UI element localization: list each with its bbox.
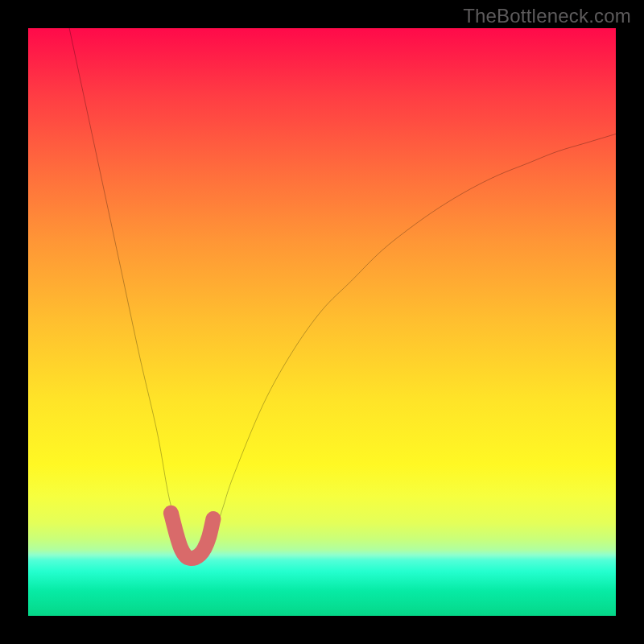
chart-svg bbox=[28, 28, 616, 616]
curve-line bbox=[69, 28, 616, 559]
watermark-text: TheBottleneck.com bbox=[463, 5, 631, 27]
chart-plot-area bbox=[28, 28, 616, 616]
minimum-band-line bbox=[171, 513, 213, 558]
